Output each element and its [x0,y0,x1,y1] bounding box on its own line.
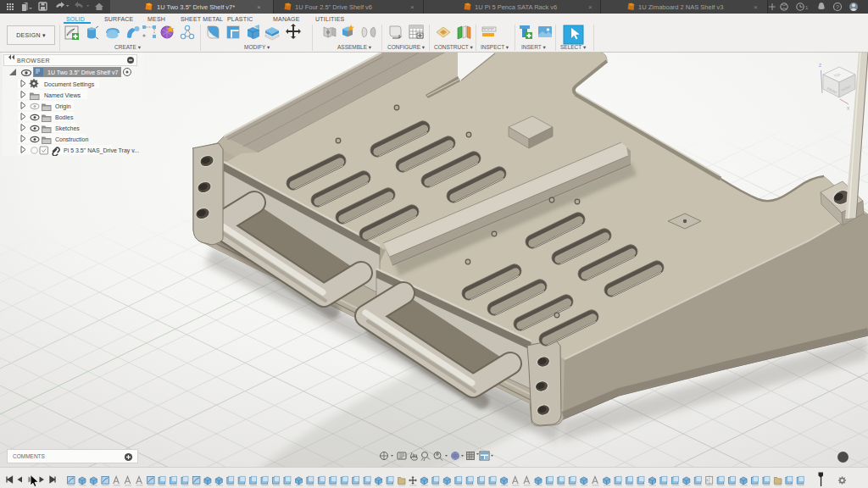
svg-text:1: 1 [805,5,809,10]
svg-text:1U Zimaboard 2 NAS Shelf v3: 1U Zimaboard 2 NAS Shelf v3 [638,3,723,11]
svg-text:1U Four 2.5" Drive Shelf v6: 1U Four 2.5" Drive Shelf v6 [295,3,372,11]
svg-text:Bodies: Bodies [55,114,74,120]
svg-text:Named Views: Named Views [44,92,81,98]
svg-text:Construction: Construction [55,136,88,142]
svg-text:Z: Z [819,63,821,68]
svg-text:Document Settings: Document Settings [44,81,95,88]
svg-text:1U Two 3.5" Drive Shelf v7*: 1U Two 3.5" Drive Shelf v7* [157,3,235,11]
svg-text:×: × [257,3,261,11]
svg-text:Origin: Origin [55,103,71,110]
svg-text:×: × [588,3,593,11]
svg-text:Pi 5 3.5" NAS_Drive Tray v...: Pi 5 3.5" NAS_Drive Tray v... [64,147,139,154]
svg-text:?: ? [836,4,839,10]
svg-text:Sketches: Sketches [55,125,80,131]
svg-text:1U Pi 5 Penca SATA Rack v6: 1U Pi 5 Penca SATA Rack v6 [475,3,557,11]
svg-text:×: × [410,3,415,11]
svg-text:×: × [754,3,758,11]
svg-text:BROWSER: BROWSER [17,58,50,64]
